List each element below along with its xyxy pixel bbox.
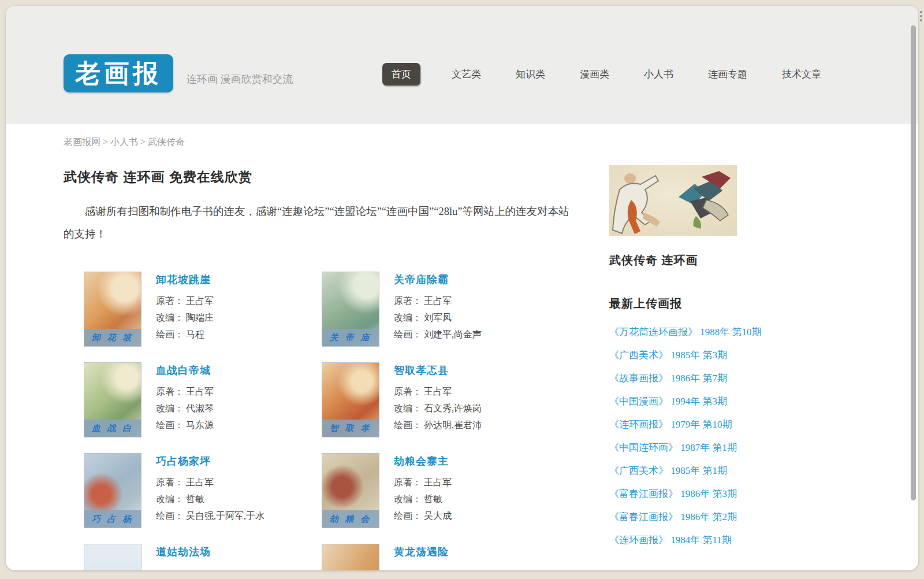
latest-upload-link[interactable]: 《广西美术》 1985年 第3期	[609, 350, 727, 361]
comic-title-link[interactable]: 卸花坡跳崖	[156, 273, 211, 287]
meta-line: 绘画：刘建平,尚金声	[394, 326, 482, 343]
cover-caption: 血 战 白	[84, 420, 141, 437]
dot	[920, 15, 922, 17]
comic-list: 卸 花 坡 卸花坡跳崖 原著：王占军 改编：陶端庄 绘画：马程 关 帝 庙 关帝…	[84, 272, 560, 570]
list-item: 《中国漫画》 1994年 第3期	[609, 390, 788, 413]
comic-item: 巧 占 杨 巧占杨家坪 原著：王占军 改编：哲敏 绘画：吴自强,于阿军,于水	[84, 453, 322, 528]
scrollbar-track[interactable]	[910, 6, 917, 570]
list-item: 《万花筒连环画报》 1988年 第10期	[609, 321, 788, 344]
meta-line: 绘画：孙达明,崔君沛	[394, 417, 482, 433]
latest-upload-link[interactable]: 《广西美术》 1985年 第1期	[609, 465, 727, 476]
nav-item-tech-articles[interactable]: 技术文章	[778, 63, 825, 86]
meta-line: 绘画：吴大成	[394, 507, 452, 524]
latest-upload-link[interactable]: 《连环画报》 1984年 第11期	[609, 535, 732, 545]
meta-line: 改编：石文秀,许焕岗	[394, 400, 482, 417]
latest-upload-link[interactable]: 《故事画报》 1986年 第7期	[609, 373, 727, 384]
latest-upload-link[interactable]: 《连环画报》 1979年 第10期	[609, 419, 732, 430]
meta-value: 王占军	[186, 477, 214, 487]
main-nav: 首页 文艺类 知识类 漫画类 小人书 连画专题 技术文章	[382, 63, 825, 86]
latest-uploads-list: 《万花筒连环画报》 1988年 第10期 《广西美术》 1985年 第3期 《故…	[609, 321, 788, 552]
sidebar: 武侠传奇 连环画 最新上传画报 《万花筒连环画报》 1988年 第10期 《广西…	[609, 165, 788, 552]
nav-item-knowledge[interactable]: 知识类	[512, 63, 549, 86]
meta-line: 绘画：马程	[156, 326, 214, 343]
comic-cover-thumbnail[interactable]: 劫 粮 会	[322, 453, 379, 528]
meta-label: 原著：	[394, 477, 422, 487]
scrollbar-thumb[interactable]	[911, 25, 916, 500]
meta-value: 王占军	[186, 296, 214, 306]
martial-arts-illustration	[609, 165, 737, 236]
meta-line: 原著：王占军	[156, 383, 214, 400]
comic-cover-thumbnail[interactable]: 巧 占 杨	[84, 453, 141, 528]
site-tagline: 连环画 漫画欣赏和交流	[187, 67, 293, 91]
comic-cover-thumbnail[interactable]: 血 战 白	[84, 362, 141, 437]
comic-title-link[interactable]: 黄龙荡遇险	[394, 545, 449, 559]
comic-info: 关帝庙除霸 原著：王占军 改编：刘军凤 绘画：刘建平,尚金声	[379, 272, 482, 347]
site-logo[interactable]: 老画报	[64, 54, 173, 92]
cover-caption: 巧 占 杨	[84, 510, 141, 528]
comic-info: 黄龙荡遇险	[379, 544, 449, 570]
cover-caption: 关 帝 庙	[322, 329, 379, 346]
site-header: 老画报 连环画 漫画欣赏和交流 首页 文艺类 知识类 漫画类 小人书 连画专题 …	[6, 6, 918, 124]
meta-line: 原著：王占军	[394, 292, 482, 309]
nav-item-special-topics[interactable]: 连画专题	[705, 63, 751, 86]
meta-value: 代淑琴	[186, 403, 214, 413]
list-item: 《富春江画报》 1986年 第2期	[609, 506, 788, 529]
list-item: 《广西美术》 1985年 第1期	[609, 459, 788, 482]
comic-title-link[interactable]: 道姑劫法场	[156, 545, 211, 559]
comic-item: 智 取 孝 智取孝忑县 原著：王占军 改编：石文秀,许焕岗 绘画：孙达明,崔君沛	[322, 362, 560, 437]
meta-value: 吴自强,于阿军,于水	[186, 511, 264, 521]
meta-line: 绘画：吴自强,于阿军,于水	[156, 507, 264, 524]
meta-label: 绘画：	[156, 511, 184, 521]
comic-cover-thumbnail[interactable]: 卸 花 坡	[84, 272, 141, 347]
meta-label: 绘画：	[394, 329, 422, 339]
comic-title-link[interactable]: 智取孝忑县	[394, 363, 449, 377]
nav-item-literature[interactable]: 文艺类	[448, 63, 485, 86]
comic-cover-thumbnail[interactable]: 智 取 孝	[322, 362, 379, 437]
latest-upload-link[interactable]: 《富春江画报》 1986年 第2期	[609, 511, 737, 522]
latest-upload-link[interactable]: 《万花筒连环画报》 1988年 第10期	[609, 326, 762, 337]
meta-label: 绘画：	[394, 420, 422, 430]
page-title: 武侠传奇 连环画 免费在线欣赏	[64, 168, 252, 186]
comic-item: 血 战 白 血战白帝城 原著：王占军 改编：代淑琴 绘画：马东源	[84, 362, 322, 437]
meta-label: 改编：	[156, 313, 184, 322]
list-item: 《富春江画报》 1986年 第3期	[609, 482, 788, 506]
meta-label: 改编：	[156, 403, 184, 413]
dot	[920, 19, 922, 21]
meta-label: 原著：	[156, 387, 184, 396]
comic-title-link[interactable]: 关帝庙除霸	[394, 273, 449, 287]
meta-label: 改编：	[394, 313, 422, 322]
comic-title-link[interactable]: 劫粮会寨主	[394, 454, 449, 468]
nav-item-home[interactable]: 首页	[382, 63, 420, 86]
comic-cover-thumbnail[interactable]	[84, 544, 141, 570]
latest-upload-link[interactable]: 《富春江画报》 1986年 第3期	[609, 488, 737, 499]
meta-label: 改编：	[156, 494, 184, 504]
meta-value: 王占军	[186, 387, 214, 396]
comic-title-link[interactable]: 巧占杨家坪	[156, 454, 211, 468]
comic-info: 巧占杨家坪 原著：王占军 改编：哲敏 绘画：吴自强,于阿军,于水	[141, 453, 264, 528]
latest-upload-link[interactable]: 《中国连环画》 1987年 第1期	[609, 442, 737, 453]
comic-info: 劫粮会寨主 原著：王占军 改编：哲敏 绘画：吴大成	[379, 453, 452, 528]
list-item: 《中国连环画》 1987年 第1期	[609, 436, 788, 459]
meta-label: 原著：	[394, 387, 422, 396]
intro-text: 感谢所有扫图和制作电子书的连友，感谢“连趣论坛”“连盟论坛”“连画中国”“28l…	[64, 201, 572, 246]
meta-line: 改编：代淑琴	[156, 400, 214, 417]
nav-item-picture-books[interactable]: 小人书	[640, 63, 677, 86]
meta-value: 陶端庄	[186, 313, 214, 322]
meta-line: 改编：哲敏	[156, 491, 264, 507]
comic-cover-thumbnail[interactable]: 关 帝 庙	[322, 272, 379, 347]
nav-item-comics[interactable]: 漫画类	[576, 63, 613, 86]
latest-upload-link[interactable]: 《中国漫画》 1994年 第3期	[609, 396, 727, 407]
meta-value: 王占军	[424, 477, 452, 487]
meta-label: 原著：	[394, 296, 422, 306]
meta-line: 原著：王占军	[394, 383, 482, 400]
meta-value: 刘建平,尚金声	[424, 329, 482, 339]
meta-line: 改编：陶端庄	[156, 309, 214, 326]
breadcrumb[interactable]: 老画报网 > 小人书 > 武侠传奇	[64, 136, 185, 149]
meta-value: 哲敏	[186, 494, 204, 504]
meta-value: 马程	[186, 329, 204, 339]
comic-title-link[interactable]: 血战白帝城	[156, 363, 211, 377]
comic-cover-thumbnail[interactable]	[322, 544, 379, 570]
list-item: 《连环画报》 1979年 第10期	[609, 413, 788, 436]
meta-label: 绘画：	[394, 511, 422, 521]
site-card: 老画报 连环画 漫画欣赏和交流 首页 文艺类 知识类 漫画类 小人书 连画专题 …	[6, 6, 918, 570]
